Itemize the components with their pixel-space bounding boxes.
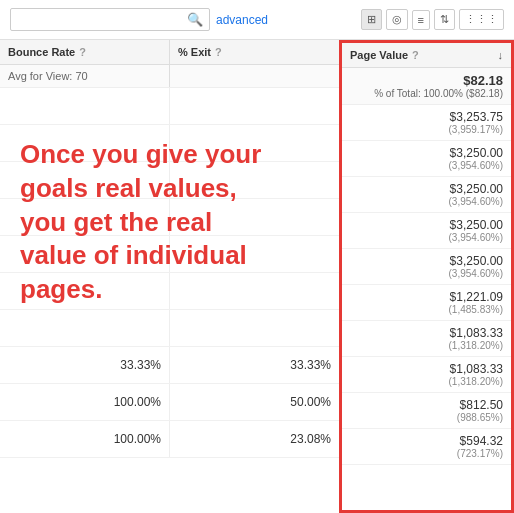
page-value-data-rows: $3,253.75 (3,959.17%) $3,250.00 (3,954.6…: [342, 105, 511, 510]
toolbar-icons: ⊞ ◎ ≡ ⇅ ⋮⋮⋮: [361, 9, 504, 30]
table-row: [0, 125, 339, 162]
view-pie-button[interactable]: ◎: [386, 9, 408, 30]
pv-sub-7: (1,318.20%): [449, 376, 503, 387]
table-row: [0, 236, 339, 273]
list-item: $1,083.33 (1,318.20%): [342, 357, 511, 393]
exit-cell-1: [170, 125, 339, 161]
page-value-column: Page Value ? ↓ $82.18 % of Total: 100.00…: [339, 40, 514, 513]
exit-cell-7: 33.33%: [170, 347, 339, 383]
search-input[interactable]: [17, 13, 187, 27]
left-columns: Bounce Rate ? % Exit ? Avg for View: 70: [0, 40, 339, 513]
left-summary-row: Avg for View: 70: [0, 65, 339, 88]
list-item: $3,253.75 (3,959.17%): [342, 105, 511, 141]
exit-label: % Exit: [178, 46, 211, 58]
exit-avg-cell: [170, 65, 339, 87]
bounce-rate-header: Bounce Rate ?: [0, 40, 170, 64]
table-header-left: Bounce Rate ? % Exit ?: [0, 40, 339, 65]
pv-sub-2: (3,954.60%): [449, 196, 503, 207]
page-value-summary: $82.18 % of Total: 100.00% ($82.18): [342, 68, 511, 105]
view-pivot-button[interactable]: ⋮⋮⋮: [459, 9, 504, 30]
bounce-cell-9: 100.00%: [0, 421, 170, 457]
view-list-button[interactable]: ≡: [412, 10, 430, 30]
bounce-avg-cell: Avg for View: 70: [0, 65, 170, 87]
pv-main-4: $3,250.00: [450, 254, 503, 268]
exit-cell-5: [170, 273, 339, 309]
bounce-cell-6: [0, 310, 170, 346]
pv-main-3: $3,250.00: [450, 218, 503, 232]
left-rows-wrapper: 33.33% 33.33% 100.00% 50.00% 100.00% 23.…: [0, 88, 339, 458]
list-item: $1,221.09 (1,485.83%): [342, 285, 511, 321]
table-row: 100.00% 50.00%: [0, 384, 339, 421]
bounce-cell-7: 33.33%: [0, 347, 170, 383]
bounce-cell-2: [0, 162, 170, 198]
view-grid-button[interactable]: ⊞: [361, 9, 382, 30]
pv-sub-1: (3,954.60%): [449, 160, 503, 171]
advanced-link[interactable]: advanced: [216, 13, 268, 27]
search-box[interactable]: 🔍: [10, 8, 210, 31]
page-value-avg-sub: % of Total: 100.00% ($82.18): [350, 88, 503, 99]
bounce-rate-help-icon[interactable]: ?: [79, 46, 86, 58]
exit-cell-0: [170, 88, 339, 124]
pv-main-9: $594.32: [460, 434, 503, 448]
bounce-cell-4: [0, 236, 170, 272]
pv-sub-8: (988.65%): [457, 412, 503, 423]
pv-main-0: $3,253.75: [450, 110, 503, 124]
list-item: $3,250.00 (3,954.60%): [342, 141, 511, 177]
exit-help-icon[interactable]: ?: [215, 46, 222, 58]
table-row: [0, 199, 339, 236]
view-compare-button[interactable]: ⇅: [434, 9, 455, 30]
pv-sub-9: (723.17%): [457, 448, 503, 459]
toolbar: 🔍 advanced ⊞ ◎ ≡ ⇅ ⋮⋮⋮: [0, 0, 514, 40]
pv-sub-0: (3,959.17%): [449, 124, 503, 135]
list-item: $1,083.33 (1,318.20%): [342, 321, 511, 357]
list-item: $3,250.00 (3,954.60%): [342, 213, 511, 249]
page-value-avg: $82.18: [350, 73, 503, 88]
exit-cell-2: [170, 162, 339, 198]
sort-icon[interactable]: ↓: [498, 49, 504, 61]
list-item: $594.32 (723.17%): [342, 429, 511, 465]
pv-main-7: $1,083.33: [450, 362, 503, 376]
bounce-cell-5: [0, 273, 170, 309]
exit-cell-4: [170, 236, 339, 272]
bounce-cell-1: [0, 125, 170, 161]
exit-cell-9: 23.08%: [170, 421, 339, 457]
bounce-cell-8: 100.00%: [0, 384, 170, 420]
table-row: [0, 162, 339, 199]
bounce-cell-3: [0, 199, 170, 235]
pv-main-8: $812.50: [460, 398, 503, 412]
bounce-rate-label: Bounce Rate: [8, 46, 75, 58]
exit-header: % Exit ?: [170, 40, 339, 64]
table-container: Bounce Rate ? % Exit ? Avg for View: 70: [0, 40, 514, 513]
table-row: [0, 273, 339, 310]
pv-main-5: $1,221.09: [450, 290, 503, 304]
pv-sub-4: (3,954.60%): [449, 268, 503, 279]
page-value-header: Page Value ? ↓: [342, 43, 511, 68]
pv-main-2: $3,250.00: [450, 182, 503, 196]
pv-main-6: $1,083.33: [450, 326, 503, 340]
pv-sub-5: (1,485.83%): [449, 304, 503, 315]
list-item: $3,250.00 (3,954.60%): [342, 249, 511, 285]
exit-cell-3: [170, 199, 339, 235]
table-row: [0, 310, 339, 347]
exit-cell-6: [170, 310, 339, 346]
list-item: $3,250.00 (3,954.60%): [342, 177, 511, 213]
pv-sub-6: (1,318.20%): [449, 340, 503, 351]
exit-cell-8: 50.00%: [170, 384, 339, 420]
bounce-cell-0: [0, 88, 170, 124]
list-item: $812.50 (988.65%): [342, 393, 511, 429]
table-row: [0, 88, 339, 125]
page-value-label: Page Value: [350, 49, 408, 61]
page-value-help-icon[interactable]: ?: [412, 49, 419, 61]
pv-main-1: $3,250.00: [450, 146, 503, 160]
table-row: 100.00% 23.08%: [0, 421, 339, 458]
search-button[interactable]: 🔍: [187, 12, 203, 27]
table-row: 33.33% 33.33%: [0, 347, 339, 384]
pv-sub-3: (3,954.60%): [449, 232, 503, 243]
